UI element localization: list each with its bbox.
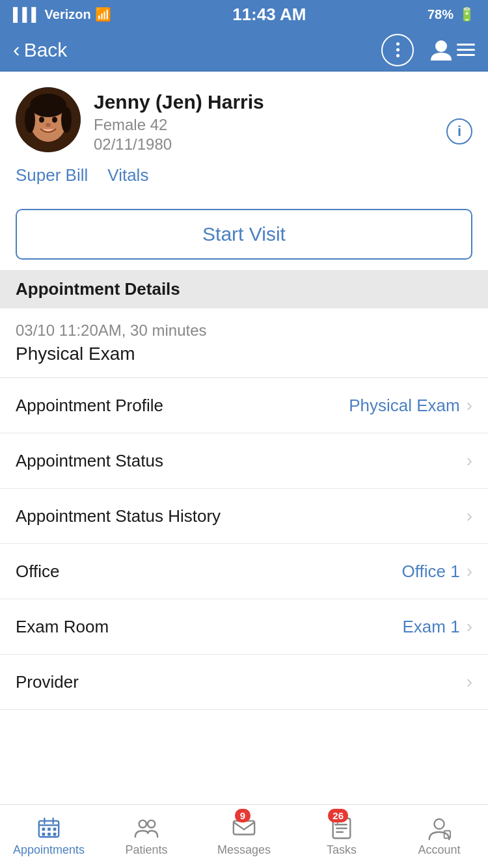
appointments-icon — [36, 816, 61, 841]
chevron-icon: › — [467, 616, 472, 637]
status-right: 78% 🔋 — [427, 7, 475, 22]
svg-point-7 — [52, 117, 57, 123]
signal-icon: ▌▌▌ — [13, 7, 41, 22]
battery-label: 78% — [427, 7, 454, 22]
patient-dob: 02/11/1980 — [94, 135, 433, 154]
svg-rect-15 — [47, 833, 51, 836]
office-row[interactable]: Office Office 1 › — [0, 544, 488, 599]
svg-point-4 — [25, 107, 35, 133]
tab-tasks[interactable]: 26 Tasks — [293, 805, 390, 868]
chevron-icon: › — [467, 395, 472, 416]
appointment-status-history-right: › — [467, 506, 472, 526]
start-visit-button[interactable]: Start Visit — [16, 209, 472, 260]
account-icon — [427, 816, 452, 841]
patient-avatar — [16, 87, 81, 152]
exam-room-right: Exam 1 › — [403, 616, 472, 637]
patient-gender-age: Female 42 — [94, 116, 433, 134]
appointment-status-right: › — [467, 450, 472, 471]
patients-icon — [134, 816, 159, 841]
vitals-link[interactable]: Vitals — [107, 165, 148, 185]
battery-icon: 🔋 — [459, 7, 475, 22]
more-options-icon — [396, 42, 400, 57]
svg-point-5 — [61, 107, 72, 133]
svg-rect-11 — [42, 828, 46, 831]
info-icon: i — [457, 123, 461, 140]
info-button[interactable]: i — [446, 118, 472, 144]
svg-point-0 — [435, 40, 447, 52]
svg-rect-14 — [42, 833, 46, 836]
appointment-profile-value: Physical Exam — [349, 396, 460, 416]
appointment-status-row[interactable]: Appointment Status › — [0, 433, 488, 489]
office-right: Office 1 › — [402, 561, 472, 582]
appointment-details-section-header: Appointment Details — [0, 270, 488, 308]
appointment-profile-label: Appointment Profile — [16, 396, 163, 416]
tab-patients-label: Patients — [125, 843, 167, 857]
appointment-profile-row[interactable]: Appointment Profile Physical Exam › — [0, 378, 488, 433]
appointment-status-history-label: Appointment Status History — [16, 506, 221, 526]
back-label: Back — [24, 39, 68, 61]
tab-messages-label: Messages — [217, 843, 271, 857]
svg-point-19 — [139, 821, 146, 828]
tab-bar: Appointments Patients 9 Messages 26 Task… — [0, 804, 488, 868]
provider-row[interactable]: Provider › — [0, 655, 488, 710]
chevron-icon: › — [467, 506, 472, 526]
svg-rect-12 — [47, 828, 51, 831]
svg-rect-13 — [53, 828, 57, 831]
exam-room-label: Exam Room — [16, 617, 109, 637]
nav-right-actions — [381, 34, 475, 66]
chevron-icon: › — [467, 450, 472, 471]
tab-patients[interactable]: Patients — [98, 805, 195, 868]
tab-account[interactable]: Account — [390, 805, 488, 868]
exam-room-value: Exam 1 — [403, 617, 460, 637]
appointment-status-history-row[interactable]: Appointment Status History › — [0, 489, 488, 544]
provider-label: Provider — [16, 672, 79, 692]
tasks-badge: 26 — [328, 809, 348, 822]
svg-point-8 — [46, 123, 51, 127]
status-left: ▌▌▌ Verizon 📶 — [13, 7, 111, 22]
appointment-details-list: Appointment Profile Physical Exam › Appo… — [0, 378, 488, 710]
appointment-status-label: Appointment Status — [16, 451, 163, 471]
tab-messages[interactable]: 9 Messages — [195, 805, 293, 868]
status-bar: ▌▌▌ Verizon 📶 11:43 AM 78% 🔋 — [0, 0, 488, 29]
more-options-button[interactable] — [381, 34, 414, 66]
tab-tasks-label: Tasks — [327, 843, 357, 857]
svg-point-3 — [30, 94, 66, 117]
patient-header: Jenny (Jen) Harris Female 42 02/11/1980 … — [0, 72, 488, 198]
chevron-icon: › — [467, 671, 472, 692]
office-label: Office — [16, 562, 59, 582]
appointment-date-block: 03/10 11:20AM, 30 minutes Physical Exam — [0, 308, 488, 378]
tab-appointments-label: Appointments — [13, 843, 85, 857]
appointment-details-label: Appointment Details — [16, 279, 180, 299]
appointment-profile-right: Physical Exam › — [349, 395, 472, 416]
start-visit-container: Start Visit — [0, 198, 488, 270]
carrier-label: Verizon — [45, 7, 91, 22]
svg-point-6 — [39, 117, 44, 123]
exam-room-row[interactable]: Exam Room Exam 1 › — [0, 599, 488, 655]
appointment-type: Physical Exam — [16, 344, 472, 364]
provider-right: › — [467, 671, 472, 692]
menu-lines-icon — [457, 44, 475, 56]
user-menu-button[interactable] — [429, 38, 475, 62]
messages-badge: 9 — [235, 809, 251, 822]
svg-rect-16 — [53, 833, 57, 836]
office-value: Office 1 — [402, 562, 460, 582]
nav-bar: ‹ Back — [0, 29, 488, 72]
back-button[interactable]: ‹ Back — [13, 38, 67, 62]
status-time: 11:43 AM — [232, 5, 306, 25]
super-bill-link[interactable]: Super Bill — [16, 165, 88, 185]
appointment-datetime: 03/10 11:20AM, 30 minutes — [16, 321, 472, 340]
svg-rect-21 — [234, 821, 254, 835]
back-arrow-icon: ‹ — [13, 38, 20, 62]
svg-point-26 — [434, 819, 444, 829]
chevron-icon: › — [467, 561, 472, 582]
wifi-icon: 📶 — [95, 7, 111, 22]
action-links: Super Bill Vitals — [16, 165, 472, 198]
svg-point-20 — [148, 821, 155, 828]
user-icon — [429, 38, 453, 62]
tab-account-label: Account — [418, 843, 460, 857]
tab-appointments[interactable]: Appointments — [0, 805, 98, 868]
patient-name: Jenny (Jen) Harris — [94, 91, 433, 113]
patient-details: Jenny (Jen) Harris Female 42 02/11/1980 — [94, 87, 433, 154]
